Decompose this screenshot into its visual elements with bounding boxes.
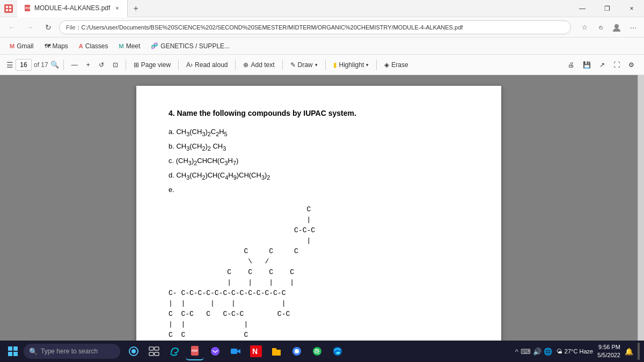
address-input[interactable]: File | C:/Users/user/Documents/BSE%20SCI…	[59, 20, 571, 34]
bookmark-maps-label: Maps	[53, 42, 68, 50]
new-tab-btn[interactable]: +	[128, 0, 143, 17]
svg-rect-16	[155, 352, 159, 356]
taskbar-zoom[interactable]	[226, 342, 245, 360]
more-menu-btn[interactable]: ···	[627, 21, 640, 34]
item-c-label: c. (CH3)2CHCH(C3H7)	[169, 157, 238, 165]
add-text-btn[interactable]: ⊕ Add text	[240, 60, 277, 70]
save-btn[interactable]: 💾	[580, 60, 594, 70]
tab-active[interactable]: PDF MODULE-4-ALKANES.pdf ×	[17, 0, 128, 17]
sub-d5: 3	[261, 174, 265, 181]
taskbar-pdf-app[interactable]: PDF	[186, 342, 204, 360]
bookmark-genetics[interactable]: 🧬 GENETICS / SUPPLE...	[147, 41, 234, 51]
taskbar-spotify[interactable]	[308, 342, 326, 360]
share-icon-btn[interactable]: ⎋	[595, 21, 606, 33]
hamburger-icon[interactable]: ☰	[6, 61, 13, 69]
address-bar: ← → ↻ File | C:/Users/user/Documents/BSE…	[0, 17, 644, 38]
svg-text:PDF: PDF	[192, 349, 198, 352]
svg-rect-7	[8, 346, 12, 351]
classes-icon: A	[79, 43, 83, 49]
sub-a1: 3	[186, 131, 189, 137]
settings-btn[interactable]: ⚙	[625, 60, 638, 70]
keyboard-icon[interactable]: ⌨	[521, 348, 531, 356]
weather-label: 27°C Haze	[565, 348, 593, 354]
highlight-chevron: ▾	[366, 62, 369, 68]
taskbar-edge[interactable]	[165, 342, 184, 360]
sub-d2: 2	[202, 174, 205, 181]
taskbar-messenger[interactable]	[206, 342, 224, 360]
item-a-label: a. CH3(CH3)2C2H5	[169, 128, 228, 136]
taskbar-chrome[interactable]	[288, 342, 306, 360]
meet-icon: M	[119, 43, 124, 49]
pdf-icon: PDF	[24, 4, 31, 12]
erase-btn[interactable]: ◈ Erase	[381, 60, 411, 70]
svg-rect-9	[8, 352, 12, 356]
network-icon[interactable]: 🌐	[544, 348, 552, 356]
search-icon: 🔍	[29, 348, 38, 356]
addr-icons: ☆ ⎋ ···	[579, 21, 640, 34]
read-aloud-btn[interactable]: A› Read aloud	[183, 60, 231, 70]
taskbar-files[interactable]	[267, 342, 286, 360]
refresh-btn[interactable]: ↻	[41, 20, 56, 35]
item-e-label: e.	[169, 186, 174, 194]
fav-icon-btn[interactable]: ☆	[579, 21, 590, 33]
fit-page-btn[interactable]: ⊡	[109, 60, 121, 70]
gmail-icon: M	[10, 43, 14, 49]
print-btn[interactable]: 🖨	[565, 60, 577, 70]
bookmark-maps[interactable]: 🗺 Maps	[40, 41, 72, 51]
show-desktop-btn[interactable]	[638, 343, 640, 360]
file-label: File	[66, 24, 76, 31]
tab-close-btn[interactable]: ×	[113, 4, 121, 12]
taskbar-task-view[interactable]	[145, 342, 163, 360]
notifications-icon[interactable]: 🔔	[625, 348, 633, 356]
taskbar-clock[interactable]: 9:56 PM 5/5/2022	[597, 343, 620, 360]
bookmark-meet-label: Meet	[126, 42, 141, 50]
draw-btn[interactable]: ✎ Draw ▾	[287, 60, 321, 70]
profile-icon-btn[interactable]	[611, 21, 623, 33]
taskbar-search-bar[interactable]: 🔍 Type here to search	[24, 344, 120, 359]
taskbar-netflix[interactable]: N	[247, 342, 265, 360]
taskbar-edge2[interactable]	[328, 342, 347, 360]
svg-rect-10	[13, 352, 18, 356]
sep1	[63, 60, 64, 70]
share-btn[interactable]: ↗	[596, 60, 608, 70]
sep6	[325, 60, 326, 70]
draw-chevron: ▾	[315, 62, 318, 68]
zoom-in-btn[interactable]: +	[83, 60, 93, 70]
right-scrollbar[interactable]	[638, 75, 644, 341]
weather-icon: 🌤	[557, 348, 562, 354]
weather-widget[interactable]: 🌤 27°C Haze	[557, 348, 593, 354]
chevron-up-icon[interactable]: ^	[515, 348, 518, 356]
windows-logo-icon	[8, 346, 18, 357]
structure-diagram: C | C-C-C | C C C \ / C C C C	[169, 204, 469, 341]
rotate-btn[interactable]: ↺	[96, 60, 107, 70]
page-number-input[interactable]	[16, 59, 32, 71]
expand-btn[interactable]: ⛶	[610, 60, 623, 70]
sub-d6: 2	[267, 174, 270, 181]
bookmark-meet[interactable]: M Meet	[115, 41, 145, 51]
toolbar-left: ☰ of 17 🔍 — + ↺ ⊡ ⊞ Page view A› Read al…	[6, 59, 412, 71]
maximize-btn[interactable]: ❐	[595, 0, 619, 17]
back-btn[interactable]: ←	[4, 20, 19, 35]
bookmark-gmail[interactable]: M Gmail	[5, 41, 38, 51]
zoom-out-btn[interactable]: —	[68, 60, 81, 70]
pdf-viewer[interactable]: 4. Name the following compounds by IUPAC…	[0, 75, 638, 341]
svg-rect-14	[155, 347, 159, 350]
search-icon[interactable]: 🔍	[50, 61, 59, 69]
sub-a4: 2	[216, 131, 219, 137]
sub-a2: 3	[202, 131, 205, 137]
read-aloud-label: Read aloud	[195, 61, 228, 69]
page-view-btn[interactable]: ⊞ Page view	[130, 60, 174, 70]
sep3	[178, 60, 179, 70]
taskbar-cortana[interactable]	[125, 342, 143, 360]
svg-rect-20	[231, 349, 237, 354]
maps-icon: 🗺	[45, 43, 50, 49]
minimize-btn[interactable]: —	[570, 0, 595, 17]
close-btn[interactable]: ×	[619, 0, 644, 17]
erase-label: Erase	[391, 61, 408, 69]
forward-btn[interactable]: →	[23, 20, 38, 35]
highlight-btn[interactable]: ▮ Highlight ▾	[330, 60, 372, 70]
bookmark-classes[interactable]: A Classes	[75, 41, 113, 51]
page-view-icon: ⊞	[134, 61, 139, 69]
speaker-icon[interactable]: 🔊	[533, 348, 541, 356]
start-btn[interactable]	[4, 343, 21, 360]
